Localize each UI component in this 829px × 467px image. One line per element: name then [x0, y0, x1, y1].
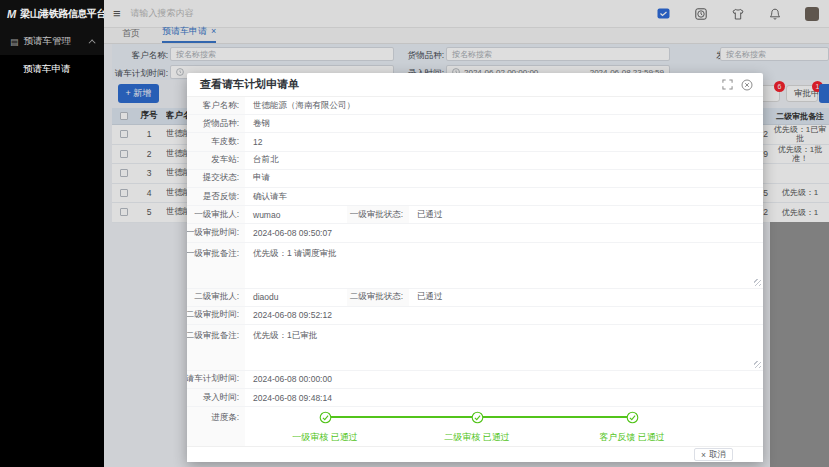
- modal-row: 一级审批时间:2024-06-08 09:50:07: [187, 224, 763, 242]
- step-title: 二级审核 已通过: [417, 431, 537, 444]
- check-circle-icon: [572, 410, 692, 428]
- chevron-up-icon: [89, 39, 96, 46]
- sidebar: M 梁山港铁路信息平台 ▤ 预请车管理 预请车申请: [0, 0, 104, 467]
- app-logo-row: M 梁山港铁路信息平台: [0, 0, 104, 28]
- field-label: 货物品种:: [187, 115, 245, 132]
- cancel-label: 取消: [709, 449, 726, 461]
- sidebar-item-label: 预请车管理: [24, 35, 72, 48]
- textarea-resize-handle[interactable]: [754, 361, 761, 368]
- field-label: 提交状态:: [187, 170, 245, 187]
- field-value: 12: [253, 133, 262, 150]
- sidebar-item-prerequest-management[interactable]: ▤ 预请车管理: [0, 28, 104, 55]
- field-value: wumao: [253, 206, 280, 223]
- document-icon: ▤: [10, 37, 19, 47]
- field-value: 2024-06-08 09:50:07: [253, 224, 332, 241]
- modal-row: 录入时间:2024-06-08 09:48:14: [187, 389, 763, 407]
- field-label: 录入时间:: [187, 389, 245, 406]
- step-title: 客户反馈 已通过: [572, 431, 692, 444]
- modal-row: 车皮数:12: [187, 133, 763, 151]
- step-title: 一级审核 已通过: [265, 431, 385, 444]
- modal-title: 查看请车计划申请单: [200, 77, 299, 92]
- modal-row: 提交状态:申请: [187, 170, 763, 188]
- close-icon[interactable]: [741, 79, 753, 91]
- modal-row-progress: 进度条:一级审核 已通过2024-06-08 09:50:06二级审核 已通过2…: [187, 407, 763, 446]
- modal-row: 发车站:台前北: [187, 152, 763, 170]
- field-label-secondary: 二级审批状态:: [347, 289, 409, 306]
- field-value: diaodu: [253, 289, 279, 306]
- field-label: 是否反馈:: [187, 188, 245, 205]
- app-title: 梁山港铁路信息平台: [20, 7, 106, 21]
- check-circle-icon: [265, 410, 385, 428]
- fullscreen-icon[interactable]: [722, 79, 733, 90]
- field-value: 申请: [253, 170, 270, 187]
- field-label: 请车计划时间:: [187, 371, 245, 388]
- content-area: ≡ 请输入搜索内容 首页预请车申请× 客户名称:按名称搜索货: [104, 0, 829, 467]
- field-value: 确认请车: [253, 188, 287, 205]
- field-label: 一级审批时间:: [187, 224, 245, 241]
- remark-textarea[interactable]: 优先级：1已审批: [245, 325, 763, 370]
- field-label: 一级审批备注:: [187, 243, 245, 288]
- app-logo-icon: M: [7, 8, 16, 20]
- cancel-x-icon: ×: [701, 450, 706, 460]
- field-value-secondary: 已通过: [417, 289, 443, 306]
- progress-step: 一级审核 已通过2024-06-08 09:50:06: [265, 410, 385, 446]
- view-request-modal: 查看请车计划申请单 客户名称:世德能源（海南有限公司）货物品种:卷钢车皮数:12…: [187, 73, 763, 462]
- check-circle-icon: [417, 410, 537, 428]
- sidebar-item-prerequest-application[interactable]: 预请车申请: [0, 55, 104, 84]
- textarea-resize-handle[interactable]: [754, 279, 761, 286]
- modal-row-textarea: 一级审批备注:优先级：1 请调度审批: [187, 243, 763, 289]
- field-value: 2024-06-08 00:00:00: [253, 371, 332, 388]
- progress-step: 客户反馈 已通过2024-06-08 09:52:50: [572, 410, 692, 446]
- field-label: 进度条:: [187, 407, 245, 446]
- field-label-secondary: 一级审批状态:: [347, 206, 409, 223]
- field-value: 卷钢: [253, 115, 270, 132]
- sidebar-subitem-label: 预请车申请: [23, 63, 71, 76]
- field-label: 车皮数:: [187, 133, 245, 150]
- modal-row: 是否反馈:确认请车: [187, 188, 763, 206]
- modal-footer: × 取消: [187, 446, 763, 462]
- modal-body: 客户名称:世德能源（海南有限公司）货物品种:卷钢车皮数:12发车站:台前北提交状…: [187, 97, 763, 446]
- modal-row: 二级审批时间:2024-06-08 09:52:12: [187, 307, 763, 325]
- field-label: 客户名称:: [187, 97, 245, 114]
- app-root: M 梁山港铁路信息平台 ▤ 预请车管理 预请车申请 ≡ 请输入搜索内容: [0, 0, 829, 467]
- remark-textarea[interactable]: 优先级：1 请调度审批: [245, 243, 763, 288]
- modal-header: 查看请车计划申请单: [187, 73, 763, 97]
- cancel-button[interactable]: × 取消: [694, 448, 733, 461]
- modal-row: 货物品种:卷钢: [187, 115, 763, 133]
- modal-row: 一级审批人:wumao一级审批状态:已通过: [187, 206, 763, 224]
- progress-steps: 一级审核 已通过2024-06-08 09:50:06二级审核 已通过2024-…: [245, 407, 753, 446]
- field-label: 二级审批时间:: [187, 307, 245, 324]
- field-label: 发车站:: [187, 152, 245, 169]
- field-value: 2024-06-08 09:48:14: [253, 389, 332, 406]
- field-label: 一级审批人:: [187, 206, 245, 223]
- progress-step: 二级审核 已通过2024-06-08 09:52:12: [417, 410, 537, 446]
- field-value: 世德能源（海南有限公司）: [253, 97, 355, 114]
- field-value: 2024-06-08 09:52:12: [253, 307, 332, 324]
- modal-row: 请车计划时间:2024-06-08 00:00:00: [187, 371, 763, 389]
- field-value: 台前北: [253, 152, 279, 169]
- field-label: 二级审批人:: [187, 289, 245, 306]
- modal-row: 客户名称:世德能源（海南有限公司）: [187, 97, 763, 115]
- modal-row: 二级审批人:diaodu二级审批状态:已通过: [187, 289, 763, 307]
- field-label: 二级审批备注:: [187, 325, 245, 370]
- field-value-secondary: 已通过: [417, 206, 443, 223]
- modal-row-textarea: 二级审批备注:优先级：1已审批: [187, 325, 763, 371]
